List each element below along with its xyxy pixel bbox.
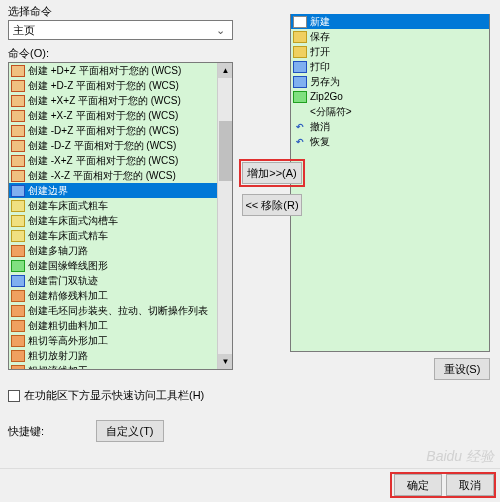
item-icon	[11, 305, 25, 317]
chevron-down-icon: ⌄	[212, 24, 228, 37]
item-icon	[293, 46, 307, 58]
item-label: 创建 +D+Z 平面相对于您的 (WCS)	[28, 64, 181, 78]
item-icon	[293, 76, 307, 88]
list-item[interactable]: Zip2Go	[291, 89, 489, 104]
list-item[interactable]: 创建 -D-Z 平面相对于您的 (WCS)	[9, 138, 232, 153]
item-label: 创建多轴刀路	[28, 244, 88, 258]
add-button[interactable]: 增加>>(A)	[242, 162, 302, 184]
item-icon	[11, 140, 25, 152]
category-combobox[interactable]: 主页 ⌄	[8, 20, 233, 40]
item-label: 创建 -D-Z 平面相对于您的 (WCS)	[28, 139, 176, 153]
dialog-footer: 确定 取消	[0, 468, 500, 502]
item-label: 打开	[310, 45, 330, 59]
item-label: 创建精修残料加工	[28, 289, 108, 303]
item-label: 创建 +D-Z 平面相对于您的 (WCS)	[28, 79, 179, 93]
item-label: 创建国缘蜂线图形	[28, 259, 108, 273]
item-icon	[11, 245, 25, 257]
checkbox-icon	[8, 390, 20, 402]
list-item[interactable]: 粗切放射刀路	[9, 348, 232, 363]
item-icon	[11, 320, 25, 332]
watermark-text: Baidu 经验	[426, 448, 494, 466]
list-item[interactable]: 创建 +X-Z 平面相对于您的 (WCS)	[9, 108, 232, 123]
list-item[interactable]: 粗切流线加工	[9, 363, 232, 370]
list-item[interactable]: 创建 -X+Z 平面相对于您的 (WCS)	[9, 153, 232, 168]
list-item[interactable]: 保存	[291, 29, 489, 44]
commands-listbox[interactable]: 创建 +D+Z 平面相对于您的 (WCS)创建 +D-Z 平面相对于您的 (WC…	[8, 62, 233, 370]
category-value: 主页	[13, 23, 35, 38]
item-label: 创建车床面式沟槽车	[28, 214, 118, 228]
list-item[interactable]: 创建 +D+Z 平面相对于您的 (WCS)	[9, 63, 232, 78]
toolbar-listbox[interactable]: 新建保存打开打印另存为Zip2Go <分隔符>↶撤消↶恢复	[290, 14, 490, 352]
item-label: 粗切等高外形加工	[28, 334, 108, 348]
item-icon	[11, 230, 25, 242]
list-item[interactable]: 创建雷门双轨迹	[9, 273, 232, 288]
list-item[interactable]: 创建 +D-Z 平面相对于您的 (WCS)	[9, 78, 232, 93]
item-label: 粗切流线加工	[28, 364, 88, 371]
list-item[interactable]: 创建边界	[9, 183, 232, 198]
item-icon	[11, 125, 25, 137]
scroll-thumb[interactable]	[219, 121, 232, 181]
item-icon	[11, 350, 25, 362]
item-icon	[11, 155, 25, 167]
list-item[interactable]: 创建 +X+Z 平面相对于您的 (WCS)	[9, 93, 232, 108]
list-item[interactable]: 创建毛坯同步装夹、拉动、切断操作列表	[9, 303, 232, 318]
item-icon	[293, 61, 307, 73]
cancel-button[interactable]: 取消	[446, 474, 494, 496]
scroll-down-icon[interactable]: ▼	[218, 354, 233, 369]
item-label: 创建 +X-Z 平面相对于您的 (WCS)	[28, 109, 178, 123]
checkbox-label: 在功能区下方显示快速访问工具栏(H)	[24, 388, 204, 403]
list-item[interactable]: ↶恢复	[291, 134, 489, 149]
item-icon	[293, 16, 307, 28]
list-item[interactable]: 创建粗切曲料加工	[9, 318, 232, 333]
list-item[interactable]: 另存为	[291, 74, 489, 89]
item-icon	[11, 260, 25, 272]
item-label: 创建 +X+Z 平面相对于您的 (WCS)	[28, 94, 181, 108]
list-item[interactable]: 新建	[291, 14, 489, 29]
list-item[interactable]: 创建国缘蜂线图形	[9, 258, 232, 273]
item-icon	[11, 170, 25, 182]
item-label: 打印	[310, 60, 330, 74]
item-label: 恢复	[310, 135, 330, 149]
item-label: 保存	[310, 30, 330, 44]
item-label: 创建粗切曲料加工	[28, 319, 108, 333]
item-label: 创建车床面式精车	[28, 229, 108, 243]
item-icon	[11, 275, 25, 287]
item-icon	[11, 365, 25, 371]
item-label: 创建 -X+Z 平面相对于您的 (WCS)	[28, 154, 178, 168]
item-label: 创建毛坯同步装夹、拉动、切断操作列表	[28, 304, 208, 318]
item-icon	[11, 200, 25, 212]
list-item[interactable]: <分隔符>	[291, 104, 489, 119]
list-item[interactable]: 创建多轴刀路	[9, 243, 232, 258]
item-label: 创建车床面式粗车	[28, 199, 108, 213]
list-item[interactable]: 创建车床面式沟槽车	[9, 213, 232, 228]
list-item[interactable]: 打印	[291, 59, 489, 74]
item-icon: ↶	[293, 121, 307, 133]
remove-button[interactable]: << 移除(R)	[242, 194, 302, 216]
scrollbar[interactable]: ▲ ▼	[217, 63, 232, 369]
scroll-up-icon[interactable]: ▲	[218, 63, 233, 78]
reset-button[interactable]: 重设(S)	[434, 358, 490, 380]
list-item[interactable]: 创建车床面式粗车	[9, 198, 232, 213]
item-icon	[293, 106, 307, 118]
list-item[interactable]: 创建车床面式精车	[9, 228, 232, 243]
shortcut-label: 快捷键:	[8, 424, 44, 439]
item-icon	[11, 290, 25, 302]
item-label: 撤消	[310, 120, 330, 134]
list-item[interactable]: 粗切等高外形加工	[9, 333, 232, 348]
list-item[interactable]: 创建 -X-Z 平面相对于您的 (WCS)	[9, 168, 232, 183]
item-label: 创建 -D+Z 平面相对于您的 (WCS)	[28, 124, 179, 138]
show-below-ribbon-checkbox[interactable]: 在功能区下方显示快速访问工具栏(H)	[8, 388, 204, 403]
list-item[interactable]: 创建 -D+Z 平面相对于您的 (WCS)	[9, 123, 232, 138]
item-icon	[11, 215, 25, 227]
ok-button[interactable]: 确定	[394, 474, 442, 496]
item-icon	[11, 185, 25, 197]
item-icon	[11, 335, 25, 347]
list-item[interactable]: 打开	[291, 44, 489, 59]
item-icon	[11, 80, 25, 92]
customize-button[interactable]: 自定义(T)	[96, 420, 164, 442]
list-item[interactable]: ↶撤消	[291, 119, 489, 134]
item-icon	[11, 110, 25, 122]
item-icon	[293, 31, 307, 43]
list-item[interactable]: 创建精修残料加工	[9, 288, 232, 303]
select-command-label: 选择命令	[8, 4, 52, 19]
